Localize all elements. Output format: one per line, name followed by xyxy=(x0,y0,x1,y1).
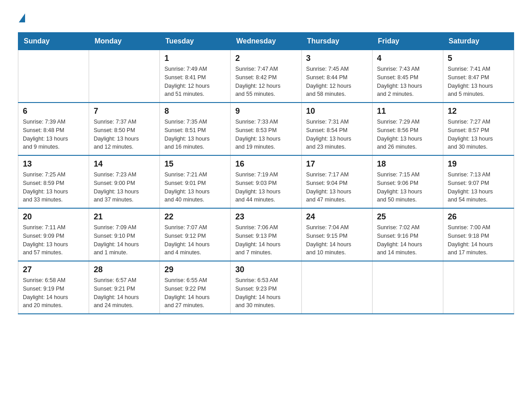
day-info: Sunrise: 7:27 AM Sunset: 8:57 PM Dayligh… xyxy=(448,118,509,151)
col-sunday: Sunday xyxy=(18,33,89,50)
calendar-cell: 26Sunrise: 7:00 AM Sunset: 9:18 PM Dayli… xyxy=(443,208,514,261)
calendar-cell: 4Sunrise: 7:43 AM Sunset: 8:45 PM Daylig… xyxy=(372,50,443,103)
calendar-cell: 23Sunrise: 7:06 AM Sunset: 9:13 PM Dayli… xyxy=(231,208,301,261)
day-number: 13 xyxy=(23,159,84,169)
day-info: Sunrise: 7:29 AM Sunset: 8:56 PM Dayligh… xyxy=(377,118,438,151)
day-number: 25 xyxy=(377,212,438,222)
day-number: 28 xyxy=(94,265,155,274)
calendar-week-row: 1Sunrise: 7:49 AM Sunset: 8:41 PM Daylig… xyxy=(18,50,514,103)
day-info: Sunrise: 7:21 AM Sunset: 9:01 PM Dayligh… xyxy=(164,171,226,204)
day-number: 2 xyxy=(235,54,296,63)
calendar-cell: 8Sunrise: 7:35 AM Sunset: 8:51 PM Daylig… xyxy=(160,103,231,155)
day-info: Sunrise: 6:58 AM Sunset: 9:19 PM Dayligh… xyxy=(23,276,84,310)
day-number: 26 xyxy=(448,212,509,222)
calendar-cell xyxy=(443,261,514,314)
day-number: 3 xyxy=(306,54,368,63)
page-header xyxy=(18,13,514,23)
calendar-cell: 2Sunrise: 7:47 AM Sunset: 8:42 PM Daylig… xyxy=(231,50,301,103)
calendar-cell: 10Sunrise: 7:31 AM Sunset: 8:54 PM Dayli… xyxy=(301,103,372,155)
day-info: Sunrise: 7:09 AM Sunset: 9:10 PM Dayligh… xyxy=(94,223,155,257)
calendar-cell xyxy=(89,50,160,103)
calendar-cell: 28Sunrise: 6:57 AM Sunset: 9:21 PM Dayli… xyxy=(89,261,160,314)
day-number: 8 xyxy=(164,107,226,116)
day-number: 7 xyxy=(94,107,155,116)
day-info: Sunrise: 7:00 AM Sunset: 9:18 PM Dayligh… xyxy=(448,223,509,257)
day-info: Sunrise: 6:53 AM Sunset: 9:23 PM Dayligh… xyxy=(235,276,296,310)
calendar-cell: 7Sunrise: 7:37 AM Sunset: 8:50 PM Daylig… xyxy=(89,103,160,155)
calendar-cell: 30Sunrise: 6:53 AM Sunset: 9:23 PM Dayli… xyxy=(231,261,301,314)
day-info: Sunrise: 7:25 AM Sunset: 8:59 PM Dayligh… xyxy=(23,171,84,204)
calendar-cell: 20Sunrise: 7:11 AM Sunset: 9:09 PM Dayli… xyxy=(18,208,89,261)
day-number: 20 xyxy=(23,212,84,222)
calendar-cell: 22Sunrise: 7:07 AM Sunset: 9:12 PM Dayli… xyxy=(160,208,231,261)
calendar-cell: 19Sunrise: 7:13 AM Sunset: 9:07 PM Dayli… xyxy=(443,155,514,208)
day-number: 29 xyxy=(164,265,226,274)
day-number: 19 xyxy=(448,159,509,169)
day-number: 21 xyxy=(94,212,155,222)
day-number: 16 xyxy=(235,159,296,169)
day-number: 24 xyxy=(306,212,368,222)
day-info: Sunrise: 7:41 AM Sunset: 8:47 PM Dayligh… xyxy=(448,65,509,98)
calendar-cell: 15Sunrise: 7:21 AM Sunset: 9:01 PM Dayli… xyxy=(160,155,231,208)
calendar-cell: 17Sunrise: 7:17 AM Sunset: 9:04 PM Dayli… xyxy=(301,155,372,208)
calendar-table: Sunday Monday Tuesday Wednesday Thursday… xyxy=(18,32,514,314)
col-wednesday: Wednesday xyxy=(231,33,301,50)
day-info: Sunrise: 7:31 AM Sunset: 8:54 PM Dayligh… xyxy=(306,118,368,151)
day-number: 9 xyxy=(235,107,296,116)
calendar-cell: 6Sunrise: 7:39 AM Sunset: 8:48 PM Daylig… xyxy=(18,103,89,155)
day-info: Sunrise: 6:57 AM Sunset: 9:21 PM Dayligh… xyxy=(94,276,155,310)
day-info: Sunrise: 7:23 AM Sunset: 9:00 PM Dayligh… xyxy=(94,171,155,204)
calendar-cell: 21Sunrise: 7:09 AM Sunset: 9:10 PM Dayli… xyxy=(89,208,160,261)
day-number: 1 xyxy=(164,54,226,63)
day-info: Sunrise: 7:13 AM Sunset: 9:07 PM Dayligh… xyxy=(448,171,509,204)
calendar-header: Sunday Monday Tuesday Wednesday Thursday… xyxy=(18,33,514,50)
day-number: 30 xyxy=(235,265,296,274)
day-number: 27 xyxy=(23,265,84,274)
col-saturday: Saturday xyxy=(443,33,514,50)
calendar-cell: 18Sunrise: 7:15 AM Sunset: 9:06 PM Dayli… xyxy=(372,155,443,208)
logo-triangle-icon xyxy=(19,13,25,22)
calendar-cell: 12Sunrise: 7:27 AM Sunset: 8:57 PM Dayli… xyxy=(443,103,514,155)
day-info: Sunrise: 7:15 AM Sunset: 9:06 PM Dayligh… xyxy=(377,171,438,204)
calendar-week-row: 27Sunrise: 6:58 AM Sunset: 9:19 PM Dayli… xyxy=(18,261,514,314)
day-number: 23 xyxy=(235,212,296,222)
day-info: Sunrise: 7:33 AM Sunset: 8:53 PM Dayligh… xyxy=(235,118,296,151)
day-info: Sunrise: 7:35 AM Sunset: 8:51 PM Dayligh… xyxy=(164,118,226,151)
calendar-cell: 29Sunrise: 6:55 AM Sunset: 9:22 PM Dayli… xyxy=(160,261,231,314)
day-number: 14 xyxy=(94,159,155,169)
calendar-cell: 14Sunrise: 7:23 AM Sunset: 9:00 PM Dayli… xyxy=(89,155,160,208)
day-info: Sunrise: 7:07 AM Sunset: 9:12 PM Dayligh… xyxy=(164,223,226,257)
day-info: Sunrise: 7:39 AM Sunset: 8:48 PM Dayligh… xyxy=(23,118,84,151)
day-number: 15 xyxy=(164,159,226,169)
logo xyxy=(18,13,25,23)
calendar-week-row: 13Sunrise: 7:25 AM Sunset: 8:59 PM Dayli… xyxy=(18,155,514,208)
day-info: Sunrise: 7:49 AM Sunset: 8:41 PM Dayligh… xyxy=(164,65,226,98)
day-number: 10 xyxy=(306,107,368,116)
day-info: Sunrise: 7:02 AM Sunset: 9:16 PM Dayligh… xyxy=(377,223,438,257)
calendar-body: 1Sunrise: 7:49 AM Sunset: 8:41 PM Daylig… xyxy=(18,50,514,314)
day-info: Sunrise: 6:55 AM Sunset: 9:22 PM Dayligh… xyxy=(164,276,226,310)
header-row: Sunday Monday Tuesday Wednesday Thursday… xyxy=(18,33,514,50)
calendar-cell: 13Sunrise: 7:25 AM Sunset: 8:59 PM Dayli… xyxy=(18,155,89,208)
calendar-cell xyxy=(301,261,372,314)
calendar-cell: 1Sunrise: 7:49 AM Sunset: 8:41 PM Daylig… xyxy=(160,50,231,103)
day-number: 11 xyxy=(377,107,438,116)
calendar-cell xyxy=(18,50,89,103)
day-number: 18 xyxy=(377,159,438,169)
calendar-cell: 24Sunrise: 7:04 AM Sunset: 9:15 PM Dayli… xyxy=(301,208,372,261)
day-number: 17 xyxy=(306,159,368,169)
col-thursday: Thursday xyxy=(301,33,372,50)
col-tuesday: Tuesday xyxy=(160,33,231,50)
day-number: 22 xyxy=(164,212,226,222)
day-info: Sunrise: 7:43 AM Sunset: 8:45 PM Dayligh… xyxy=(377,65,438,98)
day-info: Sunrise: 7:06 AM Sunset: 9:13 PM Dayligh… xyxy=(235,223,296,257)
calendar-cell: 16Sunrise: 7:19 AM Sunset: 9:03 PM Dayli… xyxy=(231,155,301,208)
calendar-cell: 9Sunrise: 7:33 AM Sunset: 8:53 PM Daylig… xyxy=(231,103,301,155)
calendar-cell: 3Sunrise: 7:45 AM Sunset: 8:44 PM Daylig… xyxy=(301,50,372,103)
calendar-week-row: 20Sunrise: 7:11 AM Sunset: 9:09 PM Dayli… xyxy=(18,208,514,261)
day-number: 12 xyxy=(448,107,509,116)
day-info: Sunrise: 7:45 AM Sunset: 8:44 PM Dayligh… xyxy=(306,65,368,98)
day-number: 5 xyxy=(448,54,509,63)
day-info: Sunrise: 7:04 AM Sunset: 9:15 PM Dayligh… xyxy=(306,223,368,257)
calendar-cell: 5Sunrise: 7:41 AM Sunset: 8:47 PM Daylig… xyxy=(443,50,514,103)
